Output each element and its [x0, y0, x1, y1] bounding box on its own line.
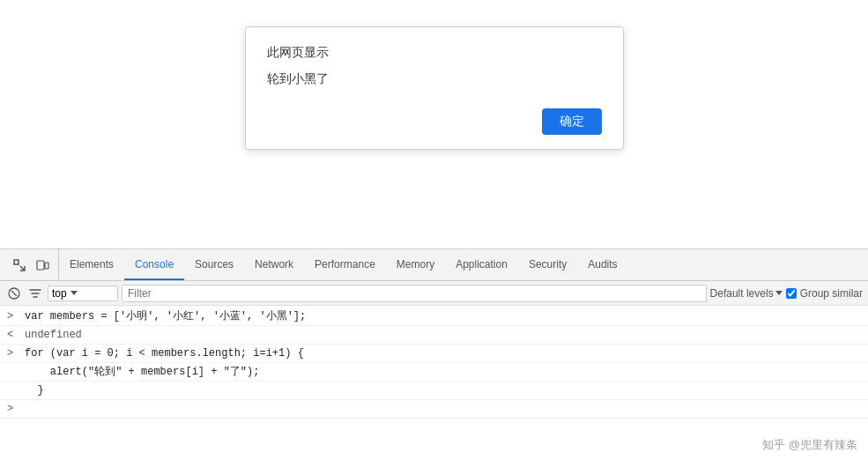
group-similar-checkbox[interactable]	[786, 288, 797, 299]
svg-rect-1	[37, 261, 44, 270]
clear-console-icon[interactable]	[5, 285, 23, 302]
tab-sources[interactable]: Sources	[184, 249, 244, 280]
prompt-5	[7, 382, 18, 398]
alert-dialog: 此网页显示 轮到小黑了 确定	[245, 26, 624, 150]
alert-ok-button[interactable]: 确定	[542, 108, 602, 135]
svg-rect-2	[45, 263, 48, 269]
devtools-panel: Elements Console Sources Network Perform…	[0, 249, 868, 460]
svg-rect-0	[14, 260, 19, 264]
tab-security[interactable]: Security	[518, 249, 577, 280]
tab-application[interactable]: Application	[445, 249, 518, 280]
console-text-5: }	[25, 382, 861, 398]
alert-message: 轮到小黑了	[267, 71, 602, 87]
tab-memory[interactable]: Memory	[386, 249, 445, 280]
device-toggle-icon[interactable]	[32, 255, 53, 276]
console-text-3: for (var i = 0; i < members.length; i=i+…	[25, 345, 861, 361]
tab-network[interactable]: Network	[244, 249, 304, 280]
console-text-1: var members = ['小明', '小红', '小蓝', '小黑'];	[25, 308, 861, 324]
console-line-2: < undefined	[0, 326, 868, 345]
console-line-4: alert("轮到" + members[i] + "了");	[0, 363, 868, 382]
console-text-4: alert("轮到" + members[i] + "了");	[25, 364, 861, 380]
svg-line-4	[11, 291, 17, 296]
tab-console[interactable]: Console	[124, 249, 184, 280]
tab-audits[interactable]: Audits	[577, 249, 627, 280]
context-select[interactable]: top	[48, 286, 118, 301]
browser-page: 此网页显示 轮到小黑了 确定	[0, 0, 868, 249]
devtools-icon-group	[4, 249, 59, 280]
alert-title: 此网页显示	[267, 45, 602, 61]
inspect-element-icon[interactable]	[9, 255, 30, 276]
console-text-6	[25, 401, 861, 417]
context-select-arrow	[70, 291, 78, 295]
default-levels-arrow	[775, 291, 783, 295]
group-similar-option: Group similar	[786, 287, 863, 300]
prompt-3: >	[7, 345, 18, 361]
console-text-2: undefined	[25, 327, 861, 343]
prompt-4	[7, 364, 18, 380]
console-content: > var members = ['小明', '小红', '小蓝', '小黑']…	[0, 306, 868, 460]
alert-footer: 确定	[267, 108, 602, 135]
console-line-3: > for (var i = 0; i < members.length; i=…	[0, 345, 868, 363]
filter-icon[interactable]	[26, 285, 44, 302]
default-levels-dropdown[interactable]: Default levels	[710, 287, 783, 300]
tab-elements[interactable]: Elements	[59, 249, 124, 280]
console-line-5: }	[0, 382, 868, 400]
prompt-6: >	[7, 401, 18, 417]
devtools-toolbar: Elements Console Sources Network Perform…	[0, 249, 868, 281]
tab-performance[interactable]: Performance	[304, 249, 386, 280]
console-line-1: > var members = ['小明', '小红', '小蓝', '小黑']…	[0, 308, 868, 326]
prompt-1: >	[7, 308, 18, 324]
console-filter-input[interactable]	[122, 285, 707, 302]
console-toolbar: top Default levels Group similar	[0, 281, 868, 306]
prompt-2: <	[7, 327, 18, 343]
console-line-6: >	[0, 400, 868, 419]
devtools-tabs: Elements Console Sources Network Perform…	[59, 249, 864, 280]
